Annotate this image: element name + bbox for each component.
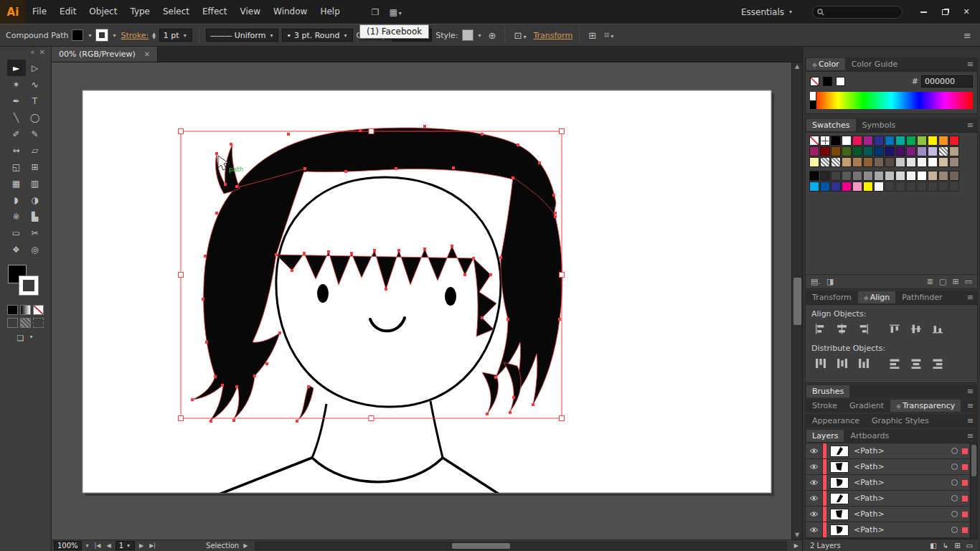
layer-thumbnail[interactable] [830,446,849,457]
close-button[interactable]: ✕ [956,4,977,20]
horizontal-scroll-thumb[interactable] [452,543,510,549]
swatch[interactable] [842,146,852,156]
swatch[interactable] [938,146,948,156]
delete-layer-icon[interactable]: ▭ [966,542,973,550]
color-white-swatch[interactable] [836,77,845,86]
stroke-weight-stepper[interactable]: ▲▼ [152,32,156,39]
pencil-tool[interactable]: ✎ [26,126,44,142]
brushes-panel-menu-icon[interactable]: ≡ [963,387,978,396]
selection-tool[interactable]: ► [7,60,26,76]
swatch[interactable] [852,146,862,156]
arrange-documents-icon[interactable]: ▦▾ [385,7,408,17]
new-color-group-icon[interactable]: ▢ [939,277,946,286]
none-button[interactable] [33,305,44,315]
layer-row[interactable]: <Path> [806,522,969,538]
make-mask-icon[interactable]: ◧ [930,542,936,550]
distribute-left-button[interactable] [886,356,904,371]
tab-close-icon[interactable]: ✕ [144,50,150,58]
fill-swatch[interactable] [72,29,83,41]
direct-selection-tool[interactable]: ▷ [26,60,44,76]
layer-thumbnail[interactable] [830,524,849,536]
swatch[interactable] [809,136,819,146]
swatch[interactable] [809,171,819,181]
document-tab[interactable]: 00% (RGB/Preview) ✕ [52,47,158,62]
swatch[interactable] [842,157,852,167]
swatch[interactable] [906,146,916,156]
menu-object[interactable]: Object [83,0,123,24]
free-transform-tool[interactable]: ▱ [26,142,44,159]
control-panel-menu-icon[interactable]: ≡ [963,30,974,41]
swatch[interactable] [863,136,873,146]
document-setup-icon[interactable]: ⊡▾ [512,30,529,41]
new-swatch-icon[interactable]: ⊞ [952,277,958,286]
swatch[interactable] [842,171,852,181]
swatch[interactable] [917,157,927,167]
zoom-tool[interactable]: ◎ [26,241,44,258]
swatch[interactable] [842,182,852,192]
layer-thumbnail[interactable] [830,509,849,520]
swatch[interactable] [852,157,862,167]
globe-icon[interactable]: ⊕ [486,30,499,41]
layer-target-icon[interactable] [951,527,958,533]
canvas[interactable]: path [52,62,791,540]
stroke-dropdown-icon[interactable]: ▾ [111,32,117,39]
swatch-kinds-icon[interactable]: ◨ [826,277,834,286]
artboard-tool[interactable]: ▭ [7,225,26,241]
menu-type[interactable]: Type [123,0,156,24]
layers-panel-menu-icon[interactable]: ≡ [963,431,978,441]
color-none-swatch[interactable] [810,77,819,86]
swatch[interactable] [809,182,819,192]
align-right-button[interactable] [854,321,872,336]
swatch[interactable] [885,146,895,156]
swatch[interactable] [874,136,884,146]
color-panel-menu-icon[interactable]: ≡ [963,60,978,69]
delete-swatch-icon[interactable]: ▭ [965,277,972,286]
distribute-top-button[interactable] [811,356,829,371]
color-button[interactable] [7,305,18,315]
swatch[interactable] [852,136,862,146]
eye-icon[interactable] [806,507,823,522]
layer-thumbnail[interactable] [830,461,849,473]
fill-dropdown-icon[interactable]: ▾ [87,32,93,39]
tab-pathfinder[interactable]: Pathfinder [896,291,948,303]
align-top-button[interactable] [886,321,904,336]
scroll-right-icon[interactable]: ▶ [793,542,800,549]
align-middle-v-button[interactable] [908,321,925,336]
vertical-scrollbar[interactable]: ▲ ▼ [791,62,802,540]
toolbar-collapse-icon[interactable]: « ✕ [0,47,51,60]
search-input[interactable] [812,6,903,19]
width-tool[interactable]: ↭ [7,142,26,159]
swatch[interactable] [852,171,862,181]
lasso-tool[interactable]: ∿ [26,76,44,93]
swatch[interactable] [831,171,841,181]
distribute-bottom-button[interactable] [854,356,872,371]
eye-icon[interactable] [806,459,823,474]
column-graph-tool[interactable]: ▙ [26,208,44,225]
menu-help[interactable]: Help [314,0,346,24]
swatch[interactable] [863,171,873,181]
tab-appearance[interactable]: Appearance [806,415,865,427]
tab-swatches[interactable]: Swatches [806,119,856,131]
layer-thumbnail[interactable] [830,493,849,504]
swatch[interactable] [938,171,948,181]
stroke-weight-field[interactable]: 1 pt▾ [159,29,192,42]
slice-tool[interactable]: ✂ [26,225,44,241]
blend-tool[interactable]: ◑ [26,192,44,208]
symbol-sprayer-tool[interactable]: ※ [7,208,26,225]
brush-definition-field[interactable]: •3 pt. Round▾ [282,29,352,42]
swatch[interactable] [809,146,819,156]
style-dropdown-icon[interactable]: ▾ [477,32,483,39]
swatch[interactable] [917,136,927,146]
tab-color-guide[interactable]: Color Guide [846,58,904,70]
gradient-button[interactable] [20,305,31,315]
new-layer-icon[interactable]: ⊞ [954,542,960,550]
swatch[interactable] [949,146,959,156]
scroll-up-icon[interactable]: ▲ [792,62,802,71]
align-left-button[interactable] [811,321,829,336]
hand-tool[interactable]: ❖ [7,241,26,258]
style-swatch[interactable] [462,29,473,41]
eye-icon[interactable] [806,491,823,506]
draw-inside-icon[interactable] [33,318,44,328]
gradient-tool[interactable]: ▥ [26,175,44,192]
tab-transform[interactable]: Transform [806,291,857,303]
